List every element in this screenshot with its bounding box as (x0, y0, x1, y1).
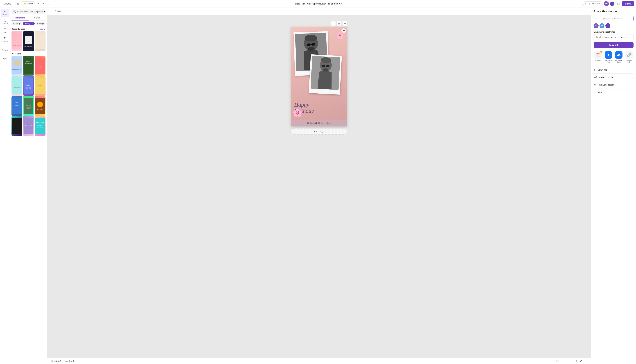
add-person-button[interactable]: + (605, 23, 610, 28)
recently-used-label: Recently used (12, 28, 25, 30)
color-swatch-6 (321, 122, 323, 124)
print-row[interactable]: 🖨 Print your design › (594, 81, 633, 88)
svg-text:COURSE: COURSE (15, 105, 19, 106)
template-thumb-9[interactable]: HAPPY FARMERS (35, 96, 46, 116)
template-thumb-1[interactable]: Happy Children's Day (12, 56, 22, 76)
projects-icon: ⊞ (4, 45, 6, 49)
template-thumb-7[interactable]: ONLINE LEARNING COURSE (12, 96, 22, 116)
template-thumb-2[interactable]: HAPPY ABLE TEACHER DAY (23, 56, 34, 76)
schedule-icon: 📅 (596, 53, 600, 57)
home-button[interactable]: ⌂ Home (2, 2, 13, 6)
schedule-icon-container: 📅 (594, 51, 602, 59)
file-button[interactable]: File (14, 2, 21, 6)
stats-button[interactable]: 📊 (616, 1, 621, 6)
topbar: ⌂ Home File ⭐ Resize ↩ ↪ ⏱ Purple Pink F… (0, 0, 636, 8)
template-thumb-recent-3[interactable]: Day of ch... (35, 31, 46, 51)
share-option-schedule[interactable]: 📅 Schedule (594, 51, 603, 63)
copy-link-button[interactable]: Copy link (594, 42, 633, 48)
canvas-duplicate-icon[interactable]: ⊞ (337, 21, 341, 26)
grid-view-button[interactable]: ⊞ (574, 358, 578, 364)
chip-birthday[interactable]: Birthday (12, 22, 22, 25)
share-social-row[interactable]: Share on social › (594, 74, 633, 81)
apps-icon: ⚏ (4, 54, 6, 58)
svg-rect-10 (24, 58, 33, 74)
share-option-view-only[interactable]: 🔗 View-only link (624, 51, 633, 63)
zoom-slider[interactable] (560, 361, 573, 361)
more-row[interactable]: ··· More › (594, 88, 633, 96)
canvas-more-icon[interactable]: ⊕ (343, 21, 347, 26)
sidebar-item-uploads[interactable]: ⬆ Uploads (1, 35, 9, 43)
tab-templates[interactable]: Templates (12, 15, 29, 20)
avatar[interactable]: HG (604, 1, 609, 6)
expand-button[interactable]: ⤢ (579, 358, 583, 364)
color-swatch-2 (309, 122, 312, 124)
svg-text:DON'T CREATIVE: DON'T CREATIVE (37, 125, 43, 126)
sidebar-item-apps[interactable]: ⚏ Apps (1, 53, 9, 61)
notes-button[interactable]: 📝 Notes (50, 358, 62, 364)
template-thumb-4[interactable]: Happy Graduation (12, 76, 22, 96)
try-pro-button[interactable]: ★ Try Canva Pro (582, 2, 603, 6)
svg-text:HAPPY FARMERS: HAPPY FARMERS (37, 109, 44, 110)
sidebar-item-projects[interactable]: ⊞ Projects (1, 44, 9, 52)
svg-text:STREETS TO BE: STREETS TO BE (26, 107, 31, 108)
template-thumb-3[interactable]: WELCOME BACK STUDENT! (35, 56, 46, 76)
sidebar-item-text[interactable]: T Text (1, 26, 9, 34)
design-label: Design (3, 14, 7, 16)
color-swatch-9 (329, 122, 331, 124)
polaroid-photo-2[interactable] (309, 54, 342, 95)
template-preview: Back to School (23, 116, 34, 136)
canvas-toolbar: ✦ Animate (47, 8, 591, 15)
page-info: Page 1 of 1 (64, 360, 74, 362)
svg-text:BACK TO: BACK TO (26, 85, 31, 86)
undo-button[interactable]: ↩ (36, 1, 40, 6)
chip-newyear[interactable]: New year (23, 22, 35, 25)
see-all-button[interactable]: See all (40, 28, 46, 30)
add-collaborator-button[interactable]: + (610, 2, 614, 6)
template-preview: HAPPY ABLE TEACHER DAY (23, 56, 34, 76)
tab-styles[interactable]: Styles (29, 15, 46, 20)
search-icon: 🔍 (13, 10, 16, 13)
timer-button[interactable]: ⏱ (46, 2, 50, 6)
search-input[interactable] (17, 10, 43, 13)
svg-text:Happy Children's Day: Happy Children's Day (13, 69, 22, 70)
lock-icon: 🔒 (596, 36, 598, 38)
template-preview: ONLINE LEARNING COURSE (12, 96, 22, 116)
template-thumb-8[interactable]: YOU DON'T HAVE TO LIVE ON THE STREETS TO… (23, 96, 34, 116)
template-preview: YOU DON'T HAVE TO LIVE ON THE STREETS TO… (23, 96, 34, 116)
apps-label: Apps (3, 58, 7, 60)
chip-collage[interactable]: Collage (36, 22, 46, 25)
share-button[interactable]: Share (622, 1, 634, 6)
resize-button[interactable]: ⭐ Resize (22, 2, 35, 6)
share-social-label: Share on social (598, 76, 613, 79)
template-thumb-12[interactable]: ATTENTION! DON'T CREATIVE SMALL LETTERS (35, 116, 46, 136)
chip-food[interactable]: Food (47, 22, 47, 25)
canvas-copy-icon[interactable]: ⧉ (331, 21, 336, 26)
fullscreen-button[interactable]: ⛶ (584, 359, 588, 364)
share-option-facebook-group[interactable]: Facebook Group (614, 51, 623, 63)
template-thumb-11[interactable]: Back to School (23, 116, 34, 136)
animate-button[interactable]: ✦ Animate (50, 9, 65, 13)
canvas-scroll[interactable]: ⧉ ⊞ ⊕ 🌸 (47, 15, 591, 358)
more-left: ··· More (594, 90, 602, 94)
template-preview: happy BIRTHDAY (23, 31, 34, 51)
design-canvas[interactable]: 🌸 (291, 27, 347, 126)
download-row[interactable]: ⬇ Download › (594, 66, 633, 74)
share-option-facebook-page[interactable]: f Facebook Page (604, 51, 613, 63)
template-thumb-recent-1[interactable]: Happy Birthday (12, 31, 22, 51)
template-thumb-10[interactable]: N (12, 116, 22, 136)
refresh-button[interactable]: ↻ (342, 28, 346, 33)
redo-button[interactable]: ↪ (41, 1, 45, 6)
template-thumb-recent-2[interactable]: happy BIRTHDAY (23, 31, 34, 51)
link-sharing-label: Link sharing restricted (594, 31, 633, 33)
template-thumb-5[interactable]: BACK TO SCHOOL COOL SCHOOL (23, 76, 34, 96)
template-thumb-6[interactable]: BACK TO SCHOOL (35, 76, 46, 96)
download-icon: ⬇ (594, 68, 596, 72)
link-access-dropdown[interactable]: 🔒 Only people added can access ▾ (594, 34, 633, 40)
share-people-input[interactable] (594, 16, 633, 22)
home-label: Home (5, 2, 11, 5)
sidebar-item-design[interactable]: ✦ Design (1, 9, 9, 17)
sidebar-item-elements[interactable]: ⬡ Elements (1, 18, 9, 26)
filter-icon[interactable]: ⚙ (44, 10, 46, 13)
add-page-button[interactable]: + Add page (291, 128, 347, 134)
bottom-left: 📝 Notes Page 1 of 1 (50, 358, 318, 364)
